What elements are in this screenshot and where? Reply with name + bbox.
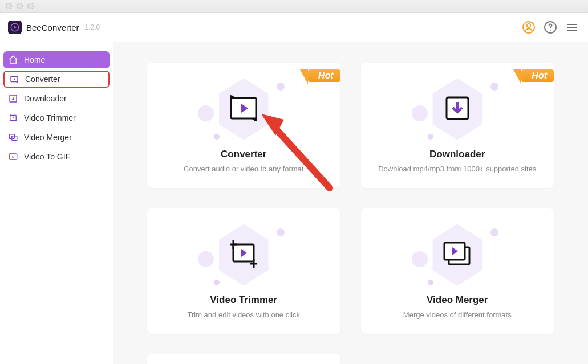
- converter-illustration: [198, 78, 289, 141]
- menu-icon[interactable]: [564, 19, 580, 35]
- home-icon: [8, 55, 18, 65]
- hot-badge: Hot: [308, 69, 340, 82]
- svg-point-5: [550, 30, 551, 31]
- card-desc: Convert audio or video to any format: [184, 165, 303, 173]
- download-icon: [8, 93, 18, 104]
- sidebar-item-converter[interactable]: Converter: [3, 71, 110, 88]
- download-box-icon: [443, 94, 472, 125]
- app-logo-icon: [8, 21, 22, 34]
- merger-icon: [8, 132, 18, 142]
- app-name-a: Bee: [26, 23, 42, 32]
- trim-icon: [228, 239, 259, 272]
- app-header: BeeConverter 1.2.0: [0, 13, 588, 42]
- card-partial[interactable]: [147, 354, 340, 364]
- sidebar-item-label: Video Trimmer: [24, 113, 76, 122]
- sidebar-item-home[interactable]: Home: [3, 51, 110, 68]
- card-desc: Download mp4/mp3 from 1000+ supported si…: [378, 165, 536, 173]
- close-traffic-light[interactable]: [6, 3, 12, 9]
- trimmer-illustration: [198, 224, 289, 287]
- sidebar-item-gif[interactable]: G Video To GIF: [3, 148, 110, 165]
- svg-marker-10: [14, 78, 15, 81]
- trimmer-icon: [8, 113, 18, 123]
- gif-icon: G: [8, 152, 18, 162]
- card-title: Video Merger: [427, 295, 488, 306]
- window-titlebar: [0, 0, 588, 13]
- sidebar-item-label: Video Merger: [24, 133, 72, 142]
- svg-point-3: [527, 24, 530, 27]
- card-merger[interactable]: Video Merger Merge videos of different f…: [361, 208, 554, 334]
- card-desc: Trim and edit videos with one click: [188, 310, 301, 319]
- help-icon[interactable]: [542, 19, 558, 35]
- merge-icon: [441, 239, 474, 271]
- converter-icon: [9, 74, 19, 84]
- sidebar-item-label: Downloader: [24, 94, 67, 103]
- sidebar-item-trimmer[interactable]: Video Trimmer: [3, 109, 110, 126]
- app-version: 1.2.0: [85, 23, 100, 31]
- card-trimmer[interactable]: Video Trimmer Trim and edit videos with …: [147, 208, 340, 334]
- zoom-traffic-light[interactable]: [27, 3, 34, 9]
- minimize-traffic-light[interactable]: [17, 3, 23, 9]
- hot-badge: Hot: [521, 69, 554, 82]
- card-title: Converter: [221, 149, 266, 160]
- card-desc: Merge videos of different formats: [403, 310, 512, 319]
- app-name: BeeConverter: [26, 23, 79, 32]
- svg-marker-1: [14, 26, 17, 29]
- svg-text:G: G: [12, 155, 15, 158]
- account-icon[interactable]: [521, 19, 537, 35]
- app-name-b: Converter: [42, 23, 79, 32]
- downloader-illustration: [412, 78, 503, 141]
- sidebar-item-label: Home: [24, 55, 45, 64]
- sidebar-item-label: Video To GIF: [24, 152, 70, 161]
- merger-illustration: [412, 224, 503, 287]
- card-downloader[interactable]: Hot Downloader Download mp4/mp3 from 100…: [361, 63, 554, 188]
- card-converter[interactable]: Hot Converter Convert audio or video to …: [147, 63, 340, 188]
- sidebar-item-merger[interactable]: Video Merger: [3, 129, 110, 146]
- main-content: Hot Converter Convert audio or video to …: [113, 42, 588, 364]
- play-convert-icon: [228, 95, 259, 124]
- sidebar-item-label: Converter: [25, 75, 60, 84]
- sidebar-item-downloader[interactable]: Downloader: [3, 90, 110, 107]
- sidebar: Home Converter Downloader Video Trimmer: [0, 42, 113, 364]
- svg-marker-13: [13, 117, 14, 119]
- card-title: Downloader: [429, 149, 485, 160]
- card-title: Video Trimmer: [210, 295, 277, 306]
